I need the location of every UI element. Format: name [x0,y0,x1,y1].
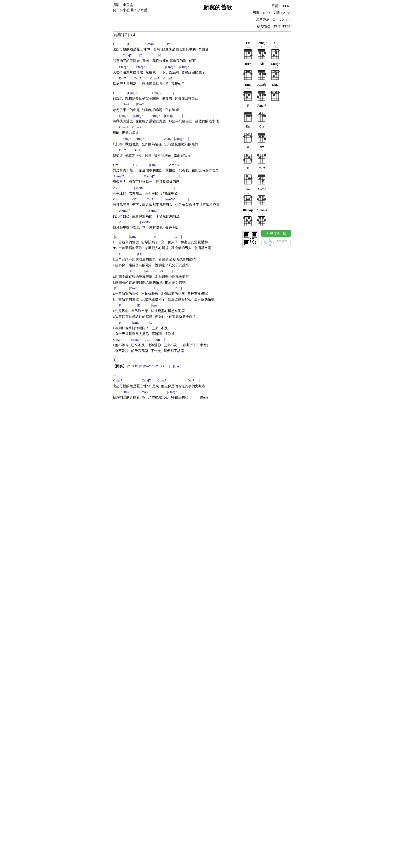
svg-rect-278 [253,233,256,237]
chord-line: |Cm |G7 |Cm7 |Am7-5 | [113,162,240,168]
svg-point-181 [248,156,250,159]
svg-point-168 [261,135,264,138]
svg-point-22 [259,52,261,54]
svg-point-271 [257,219,259,221]
chord-line: |Dm7 |Dm7 | [113,147,240,153]
svg-rect-9 [244,50,252,52]
svg-point-180 [246,154,248,156]
lyric-line: 1.我早已想不起吹嘘過的風景 而總是記著他混濁的眼睛 [113,257,240,262]
svg-point-129 [246,115,248,117]
chord-diagram-abmaj7 [256,216,268,227]
chord-cmaj7: Cmaj7 o o o [270,62,281,81]
chord-e: E [242,166,254,185]
svg-point-102 [259,94,261,96]
svg-point-194 [264,154,266,156]
interlude-chords: |C |D/F# |C |Dm7 Em7 F̲ G̲ — |（回★） [127,364,183,368]
chord-bbmaj7: Bbmaj7 x [242,208,254,227]
svg-point-205 [248,178,250,180]
svg-point-37 [273,54,275,56]
svg-rect-289 [253,243,254,244]
svg-rect-216 [258,175,265,177]
chord-diagram-dm7 [270,90,281,102]
lyric-line: 將我拽回過去 像個終於靈驗的咒語 那些年只顧自己 雖然我的追求他 [113,119,240,124]
svg-point-259 [248,222,250,224]
lyric-line: 兩個男人 極有可能終其一生只是長得像而已 [113,179,240,185]
coda2: (2) [113,371,240,377]
svg-point-155 [243,135,245,138]
svg-point-245 [261,198,264,200]
svg-point-270 [261,217,264,219]
chord-diagram-cmaj7 [270,69,281,81]
chord-line: |Fmaj7 |Fmaj7 |Cmaj7 |Cmaj7 | [113,136,240,142]
lyric-line: 當徒勞人世糾葛 兌現成風霜皺褶 爸 我想你了 [113,81,240,87]
chord-diagrams: Fm x x [242,41,290,401]
lyric-line: 敷衍了半生的命題 沈甸甸的命題 它在這裡 [113,107,240,113]
svg-point-143 [264,115,266,117]
lyric-line: 1.他不等你 已來不及 他等過你 已來不及 （原曲以下升半音） [113,343,240,348]
lyric-line: 有幸運的 成為知己 有不幸的 只能是甲乙 [113,191,240,196]
chord-g: G [242,146,254,164]
svg-point-77 [273,75,275,78]
svg-rect-60 [258,70,265,72]
chord-dm7: Dm7 [270,83,281,102]
chord-line: |Fmaj7 |Fmaj7 |Cmaj7 |Cmaj7 [113,64,240,70]
coda1: (1) [113,357,240,363]
lyric-line: 刻意拘謹的旁觀者 爸 請你從此安心 待在我的歌 (End) [113,395,240,400]
lyric-line: 1.用我不敢直視的認真表情 那麼艱難地掙扎著前行 [113,274,240,280]
chord-diagram-abbb [256,90,268,102]
lyric-line: 1.一首新寫的舊歌 它早該寫了 寫一個人子 和逝去的父親講和 [113,240,240,245]
chord-diagram-df# [242,69,254,81]
singer-info: 演唱：李宗盛 [113,3,183,7]
chord-line: |F |E |Am | [113,303,240,308]
chord-line: |Dm7 |Cmaj7 |Cmaj7 | [113,389,240,395]
svg-rect-281 [250,238,251,239]
svg-point-258 [250,219,252,221]
chord-fm: Fm x x [242,41,254,60]
lyric-line: 比起母親的總是憂心忡忡 是啊 他更像是個若無其事的旁觀者 [113,383,240,389]
svg-point-11 [250,54,252,56]
lyric-line: 2.我當這首歌是給他的獻禮 但願他正在某處微笑著自己 [113,314,240,319]
svg-point-62 [261,73,264,75]
lyric-line: 2.一首新寫的舊歌 怎麼就這麼巧了 知道誰藏好的心 還有個缺角呢 [113,297,240,302]
chord-ebmaj7: Ebmaj7 6 [256,41,268,60]
chord-line: |Cmaj7 |B♭maj7 |Am |Fm | [113,337,240,343]
svg-rect-166 [258,133,265,135]
svg-point-179 [243,159,245,161]
chord-line: |F |Em | [113,251,240,257]
svg-point-36 [275,52,277,54]
chord-line: |F |Dm7 |G | [113,320,240,326]
chord-cm7: Cm7 3 [256,166,268,185]
chord-diagram-bbmaj7 [242,216,254,227]
svg-point-116 [273,94,275,96]
chord-line: |Cmaj7 |Cmaj7 | [113,124,240,130]
original-key: 原調：D-Eb [253,3,290,9]
lyric-line: 比起母親的總是憂心忡忡 是啊 他更像是個若無其事的 旁觀者 [113,47,240,52]
svg-point-24 [261,54,264,56]
wechat-search-button[interactable]: ✦ 微信搜一搜 [261,230,290,237]
svg-point-142 [261,115,264,117]
svg-rect-280 [245,241,248,244]
chord-line: |Cmaj7 |C |C | [113,53,240,58]
svg-point-255 [243,217,245,219]
chord-diagram-em [242,132,254,144]
svg-point-91 [246,96,248,98]
chord-diagram-am75 [256,195,268,206]
svg-point-118 [278,91,280,94]
svg-point-272 [264,219,266,221]
svg-point-256 [248,217,250,219]
chord-diagram-c [270,48,281,60]
svg-point-204 [246,175,248,177]
lyric-line: 我知道 他肯定得意 只是 等不到機會 當面跟我提 [113,153,240,159]
lyric-line: 到臨老 纔想到要反省父子關係 說真的 其實在回答自己 [113,96,240,101]
key-row: 男調：D-Eb 女調：A-Bb [253,9,290,16]
svg-rect-276 [245,233,248,237]
lyric-line: 思念其實不是 不是這個歌的主題 我相信不只有我 在回憶時覺得吃力 [113,168,240,173]
wechat-search-input[interactable]: 🔍 🔍 吉他路服務號 [261,238,290,248]
chord-line: |A♭maj7 |E♭maj7 | [113,174,240,179]
lyrics-section: |C |C |Cmaj7 |Dm7 | 比起母親的總是憂心忡忡 是啊 他更像是個… [113,41,240,401]
chord-line: |Dm7 |Dm7 | [113,101,240,107]
svg-point-242 [257,198,259,200]
svg-rect-284 [250,240,251,241]
writer: 詞：李宗盛 曲：李宗盛 [113,8,147,12]
lyric-line: 2.往事像一場自己演的電影 說的是平凡父子的感情 [113,262,240,268]
